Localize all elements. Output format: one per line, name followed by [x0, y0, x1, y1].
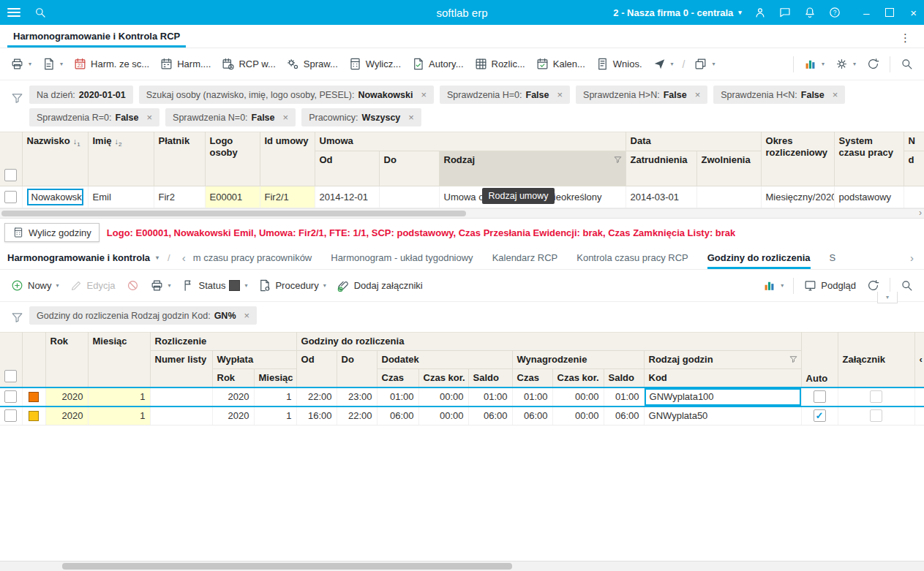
procedury-button[interactable]: Procedury ▾: [253, 275, 330, 296]
hours-row[interactable]: 2020 1 2020 1 16:00 22:00 06:00 00:00 06…: [0, 406, 924, 426]
cell-numer-listy[interactable]: [150, 387, 212, 406]
cell-logo-osoby[interactable]: E00001: [205, 186, 260, 208]
auto-checkbox[interactable]: ✓: [814, 409, 826, 422]
chip-close-icon[interactable]: ×: [146, 112, 152, 123]
design-settings-button[interactable]: ▾: [830, 53, 860, 75]
cell-platnik[interactable]: Fir2: [154, 186, 205, 208]
subtab-kalendarz-rcp[interactable]: Kalendarz RCP: [492, 246, 558, 269]
autoryzacja-button[interactable]: Autory...: [407, 53, 467, 75]
column-header-zalacznik[interactable]: Załącznik: [838, 333, 914, 387]
cell-wyplata-rok[interactable]: 2020: [212, 387, 254, 406]
zalacznik-checkbox[interactable]: ✓: [870, 390, 882, 403]
cell-zwolnienia[interactable]: [696, 186, 761, 208]
cell-cut[interactable]: [904, 186, 924, 208]
menu-icon[interactable]: [7, 6, 20, 19]
cell-wyn-czas[interactable]: 01:00: [512, 387, 552, 406]
cell-wyn-czas-kor[interactable]: 00:00: [552, 406, 604, 426]
tab-harmonogramowanie-rcp[interactable]: Harmonogramowanie i Kontrola RCP: [7, 26, 186, 48]
column-header-cut2[interactable]: d: [904, 151, 924, 186]
more-options-icon[interactable]: ⋮: [894, 29, 917, 48]
grid-search-button[interactable]: [895, 53, 918, 75]
focused-cell-nazwisko[interactable]: Nowakowsk: [27, 189, 83, 205]
column-header-do[interactable]: Do: [337, 351, 377, 387]
subtab-kontrola-czasu-pracy[interactable]: Kontrola czasu pracy RCP: [576, 246, 688, 269]
filter-icon[interactable]: [10, 91, 24, 105]
cell-miesiac[interactable]: 1: [88, 406, 150, 426]
help-icon[interactable]: ?: [828, 6, 841, 19]
sprawdzenia-button[interactable]: Spraw...: [282, 53, 342, 75]
chip-close-icon[interactable]: ×: [408, 112, 414, 123]
select-all-checkbox-2[interactable]: [4, 370, 17, 382]
wnioski-button[interactable]: Wnios.: [591, 53, 647, 75]
print-button[interactable]: ▾: [6, 53, 36, 75]
filter-chip-na-dzien[interactable]: Na dzień:2020-01-01: [29, 86, 133, 104]
column-header-rodzaj[interactable]: Rodzaj: [439, 151, 626, 186]
filter-chip-hgtn[interactable]: Sprawdzenia H>N:False×: [576, 86, 707, 104]
cell-okres[interactable]: Miesięczny/2020: [761, 186, 834, 208]
cell-wyplata-miesiac[interactable]: 1: [254, 387, 296, 406]
harmonogram-button[interactable]: Harm....: [155, 53, 215, 75]
column-header-numer-listy[interactable]: Numer listy: [150, 351, 212, 387]
column-header-zwolnienia[interactable]: Zwolnienia: [696, 151, 761, 186]
cell-dodatek-czas[interactable]: 01:00: [377, 387, 418, 406]
scroll-right-icon[interactable]: ›: [919, 208, 922, 218]
wylicz-godziny-button[interactable]: Wylicz godziny: [4, 223, 99, 242]
collapse-panel-handle[interactable]: ▾: [877, 292, 898, 303]
rozliczenia-button[interactable]: Rozlic...: [470, 53, 530, 75]
column-header-od[interactable]: Od: [296, 351, 337, 387]
export-document-button[interactable]: ▾: [37, 53, 67, 75]
cell-miesiac[interactable]: 1: [88, 387, 150, 406]
filter-chip-n0[interactable]: Sprawdzenia N=0:False×: [165, 108, 296, 126]
nowy-button[interactable]: Nowy ▾: [6, 275, 64, 296]
scrollbar-thumb[interactable]: [1, 211, 466, 216]
send-button[interactable]: ▾: [648, 53, 678, 75]
chip-close-icon[interactable]: ×: [695, 89, 701, 100]
cell-dodatek-czas[interactable]: 06:00: [377, 406, 418, 426]
scroll-left-icon[interactable]: ‹: [914, 333, 924, 387]
column-header-dodatek-saldo[interactable]: Saldo: [468, 369, 512, 387]
cell-wyn-saldo[interactable]: 06:00: [604, 406, 644, 426]
delete-button[interactable]: [121, 275, 144, 296]
row-checkbox[interactable]: [4, 390, 17, 403]
chart-button[interactable]: ▾: [799, 53, 829, 75]
user-icon[interactable]: [754, 6, 767, 19]
column-filter-icon[interactable]: [613, 155, 623, 165]
cell-dodatek-czas-kor[interactable]: 00:00: [418, 406, 468, 426]
cell-zatrudnienia[interactable]: 2014-03-01: [626, 186, 696, 208]
chat-icon[interactable]: [778, 6, 792, 19]
close-button[interactable]: ×: [910, 7, 917, 18]
layout-button[interactable]: ▾: [689, 53, 719, 75]
cell-dodatek-saldo[interactable]: 06:00: [468, 406, 512, 426]
column-header-miesiac[interactable]: Miesiąc: [88, 333, 150, 387]
kalendarz-button[interactable]: Kalen...: [531, 53, 590, 75]
bell-icon[interactable]: [803, 6, 816, 19]
column-header-zatrudnienia[interactable]: Zatrudnienia: [626, 151, 696, 186]
column-header-imie[interactable]: Imię↓2: [88, 132, 154, 186]
zalacznik-checkbox[interactable]: ✓: [870, 409, 882, 422]
cell-dodatek-saldo[interactable]: 01:00: [468, 387, 512, 406]
tabs-scroll-right[interactable]: ›: [907, 246, 917, 269]
chip-close-icon[interactable]: ×: [557, 89, 563, 100]
column-group-rodzaj-godzin[interactable]: Rodzaj godzin: [644, 351, 801, 369]
column-filter-icon[interactable]: [789, 355, 798, 364]
cell-od[interactable]: 2014-12-01: [315, 186, 379, 208]
filter-chip-r0[interactable]: Sprawdzenia R=0:False×: [29, 108, 159, 126]
column-header-dodatek-czas-kor[interactable]: Czas kor.: [418, 369, 468, 387]
column-header-rok[interactable]: Rok: [45, 333, 88, 387]
column-header-wyplata-rok[interactable]: Rok: [212, 369, 254, 387]
chip-close-icon[interactable]: ×: [283, 112, 289, 123]
column-header-od[interactable]: Od: [315, 151, 379, 186]
cell-id-umowy[interactable]: Fir2/1: [260, 186, 315, 208]
subtab-cut[interactable]: S: [830, 246, 836, 269]
subtab-harmonogram-czasu-pracy[interactable]: m czasu pracy pracowników: [193, 246, 312, 269]
cell-od[interactable]: 16:00: [296, 406, 337, 426]
cell-system[interactable]: podstawowy: [834, 186, 904, 208]
column-header-id-umowy[interactable]: Id umowy: [260, 132, 315, 186]
column-header-kod[interactable]: Kod: [644, 369, 801, 387]
row-checkbox[interactable]: [4, 409, 17, 422]
filter-chip-szukaj-osoby[interactable]: Szukaj osoby (nazwisko, imię, logo osoby…: [139, 86, 434, 104]
column-header-auto[interactable]: Auto: [801, 333, 838, 387]
employee-row[interactable]: Nowakowsk Emil Fir2 E00001 Fir2/1 2014-1…: [0, 186, 924, 208]
column-header-wyn-czas[interactable]: Czas: [512, 369, 552, 387]
cell-kod[interactable]: GNWyplata50: [644, 406, 801, 426]
